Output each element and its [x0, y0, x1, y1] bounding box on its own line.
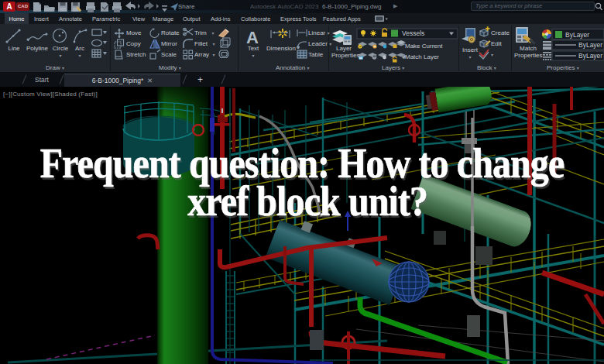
svg-text:ByLayer: ByLayer [578, 41, 602, 49]
svg-text:ByLayer: ByLayer [578, 52, 602, 60]
svg-text:Vessels: Vessels [402, 29, 424, 37]
svg-text:ByLayer: ByLayer [565, 31, 589, 39]
